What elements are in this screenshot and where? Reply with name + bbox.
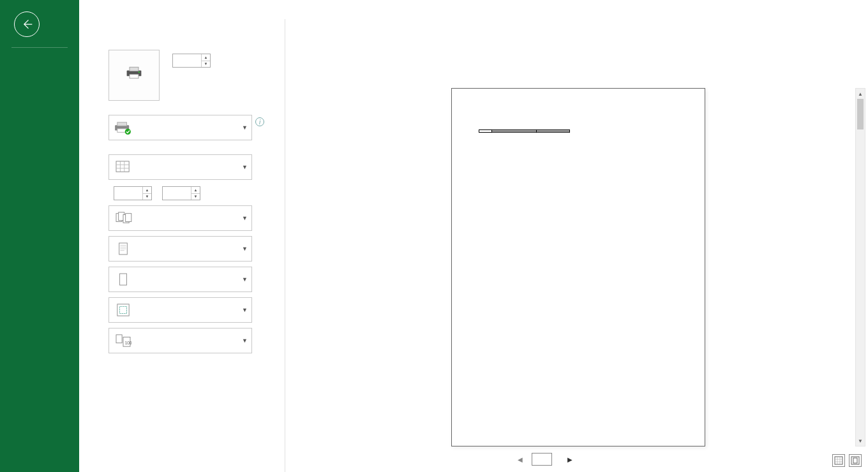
- chevron-down-icon: ▼: [242, 246, 248, 252]
- svg-rect-20: [835, 457, 842, 464]
- titlebar: [0, 0, 868, 19]
- current-page-input[interactable]: [532, 453, 552, 466]
- margins-dropdown[interactable]: ▼: [108, 297, 252, 323]
- margins-icon: [113, 300, 133, 320]
- svg-rect-12: [126, 214, 131, 222]
- chevron-down-icon: ▼: [242, 124, 248, 131]
- svg-rect-8: [116, 161, 129, 172]
- collate-dropdown[interactable]: ▼: [108, 205, 252, 231]
- svg-point-7: [125, 129, 131, 135]
- arrow-left-icon: [20, 18, 33, 31]
- spin-down-icon[interactable]: ▼: [201, 61, 210, 68]
- portrait-icon: [113, 239, 133, 258]
- scroll-thumb[interactable]: [857, 99, 864, 129]
- scaling-dropdown[interactable]: 100 ▼: [108, 328, 252, 353]
- svg-rect-22: [853, 458, 857, 463]
- printer-dropdown[interactable]: ▼: [108, 115, 252, 140]
- svg-rect-1: [130, 67, 138, 71]
- svg-text:100: 100: [125, 341, 131, 345]
- backstage-sidebar: [0, 0, 79, 472]
- scroll-up-icon[interactable]: ▲: [856, 89, 865, 99]
- svg-rect-5: [117, 122, 127, 126]
- preview-page: [451, 88, 705, 446]
- svg-point-3: [138, 71, 140, 73]
- scroll-down-icon[interactable]: ▼: [856, 436, 865, 446]
- chevron-down-icon: ▼: [242, 276, 248, 283]
- print-preview-pane: ▲ ▼ ◀ ▶: [285, 19, 868, 472]
- pages-from-input[interactable]: ▲▼: [114, 186, 152, 200]
- sidebar-separator: [11, 47, 68, 48]
- svg-rect-15: [117, 304, 129, 316]
- chevron-down-icon: ▼: [242, 337, 248, 344]
- zoom-to-page-button[interactable]: [849, 454, 862, 467]
- chevron-down-icon: ▼: [242, 164, 248, 170]
- paper-size-dropdown[interactable]: ▼: [108, 267, 252, 292]
- scaling-icon: 100: [113, 331, 133, 350]
- printer-status-icon: [113, 118, 133, 137]
- pages-to-input[interactable]: ▲▼: [162, 186, 200, 200]
- svg-rect-17: [116, 335, 122, 343]
- preview-scrollbar[interactable]: ▲ ▼: [855, 88, 865, 446]
- svg-rect-2: [130, 75, 138, 78]
- back-button[interactable]: [14, 11, 40, 37]
- orientation-dropdown[interactable]: ▼: [108, 236, 252, 262]
- print-settings-pane: ▲▼ i ▼: [79, 19, 285, 472]
- svg-rect-14: [120, 274, 127, 285]
- printer-icon: [125, 65, 143, 80]
- paper-icon: [113, 270, 133, 289]
- print-what-dropdown[interactable]: ▼: [108, 154, 252, 180]
- chevron-down-icon: ▼: [242, 307, 248, 313]
- collate-icon: [113, 209, 133, 228]
- page-navigator: ◀ ▶: [515, 453, 575, 466]
- prev-page-button[interactable]: ◀: [515, 456, 525, 463]
- print-button[interactable]: [108, 50, 160, 101]
- sheets-icon: [113, 158, 133, 177]
- copies-input[interactable]: ▲▼: [172, 54, 211, 68]
- chevron-down-icon: ▼: [242, 215, 248, 221]
- next-page-button[interactable]: ▶: [565, 456, 575, 463]
- spin-up-icon[interactable]: ▲: [201, 54, 210, 61]
- info-icon[interactable]: i: [255, 117, 264, 126]
- show-margins-button[interactable]: [832, 454, 845, 467]
